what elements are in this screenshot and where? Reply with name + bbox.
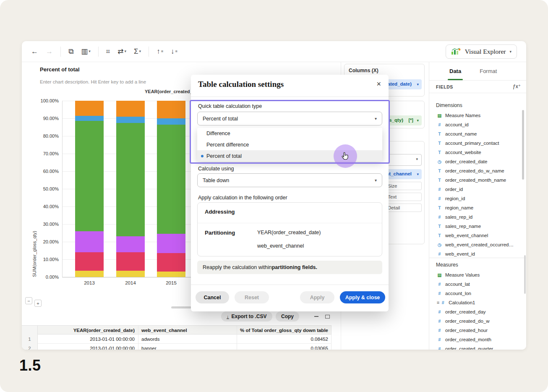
dimensions-scrollbar[interactable] [522,110,524,180]
export-csv-button[interactable]: ↓ Export to .CSV [221,311,272,321]
forward-icon[interactable]: → [46,48,53,55]
row-number-cell: 1 [22,335,38,344]
sigma-icon[interactable]: Σ ▾ [134,48,141,55]
field-item[interactable]: #order_created_quarter [429,344,526,350]
field-item[interactable]: #order_created_month [429,335,526,344]
field-item[interactable]: Taccount_primary_contact [429,139,526,148]
swap-axes-icon[interactable]: ⇄ ▾ [117,48,126,55]
field-item[interactable]: ▤Measure Values [429,270,526,280]
tab-format[interactable]: Format [480,62,497,80]
bar-segment-segment-yellow[interactable] [157,272,185,277]
bar-segment-segment-red[interactable] [116,252,145,271]
copy-button[interactable]: Copy [276,311,299,321]
crop-icon[interactable]: ⌗ [106,48,110,55]
apply-button[interactable]: Apply [300,291,334,303]
field-label: order_created_hour [445,328,488,333]
row-number-cell: 2 [22,344,38,350]
field-item[interactable]: ◷web_event_created_occurred… [429,240,526,249]
number-icon: # [437,291,442,296]
sort-ascending-icon[interactable]: ↑ ≡ [157,48,163,55]
field-item[interactable]: Torder_created_do_w_name [429,166,526,175]
field-item[interactable]: #account_lon [429,289,526,298]
field-item[interactable]: =#Calculation1 [429,298,526,307]
bar-segment-segment-orange[interactable] [116,101,145,117]
field-item[interactable]: Tsales_rep_name [429,222,526,231]
number-icon: # [437,346,442,350]
back-icon[interactable]: ← [31,48,38,55]
field-item[interactable]: #account_lat [429,280,526,289]
field-item[interactable]: #region_id [429,194,526,203]
field-item[interactable]: #order_created_day [429,307,526,316]
bar-segment-segment-yellow[interactable] [116,271,145,277]
add-calculation-icon[interactable]: ƒx⁺ [513,84,521,89]
bar-segment-segment-purple[interactable] [75,231,104,252]
tab-data[interactable]: Data [449,62,461,80]
field-item[interactable]: ◷order_created_date [429,157,526,166]
dropdown-option[interactable]: Percent of total [197,150,382,162]
stacked-bar[interactable] [116,101,145,277]
field-item[interactable]: Tweb_event_channel [429,231,526,240]
cancel-button[interactable]: Cancel [196,291,229,303]
field-item[interactable]: #order_id [429,185,526,194]
chevron-down-icon: ▾ [417,118,419,123]
chart-title[interactable]: Percent of total [40,66,80,73]
dropdown-option[interactable]: Percent difference [197,139,382,150]
bar-segment-segment-blue[interactable] [116,117,145,123]
field-item[interactable]: #order_created_hour [429,326,526,335]
chart-description-placeholder[interactable]: Enter chart description. Hit Enter key t… [40,79,146,84]
brand-name: Visual Explorer [465,48,506,55]
field-label: order_created_quarter [445,346,493,350]
field-item[interactable]: Taccount_website [429,148,526,157]
table-header-year[interactable]: YEAR(order_created_date) [38,326,138,335]
stacked-bar[interactable] [75,101,104,277]
calculate-using-select[interactable]: Table down ▾ [197,173,382,187]
bar-segment-segment-green[interactable] [116,123,145,237]
bar-segment-segment-green[interactable] [157,125,185,234]
bar-segment-segment-blue[interactable] [75,116,104,121]
bar-segment-segment-green[interactable] [75,121,104,231]
close-icon[interactable]: × [376,80,381,89]
field-item[interactable]: ▤Measure Names [429,111,526,120]
quick-calc-select[interactable]: Percent of total ▾ [197,112,382,125]
expand-table-button[interactable] [324,313,331,320]
zoom-out-button[interactable]: − [25,297,32,304]
bar-segment-segment-blue[interactable] [157,118,185,125]
field-item[interactable]: #order_created_do_w [429,316,526,326]
table-header-channel[interactable]: web_event_channel [138,326,237,335]
partitioning-field[interactable]: YEAR(order_created_date) [257,230,321,235]
toolbar: ← → ⧉ ▥ ▾ ⌗ ⇄ ▾ Σ ▾ ↑ ≡ ↓ [22,41,526,62]
table-header-pct[interactable]: % of Total order_gloss_qty down table [237,326,331,335]
visual-explorer-selector[interactable]: Visual Explorer ▾ [446,44,517,59]
zoom-in-button[interactable]: + [34,300,42,307]
bar-segment-segment-orange[interactable] [75,101,104,116]
reset-button[interactable]: Reset [235,291,269,303]
bar-segment-segment-purple[interactable] [157,234,185,253]
field-item[interactable]: Torder_created_month_name [429,175,526,185]
dropdown-option[interactable]: Difference [197,128,382,139]
bar-segment-segment-red[interactable] [75,252,104,271]
number-icon: # [437,337,442,342]
field-item[interactable]: #sales_rep_id [429,212,526,222]
field-item[interactable]: Taccount_name [429,129,526,139]
chart-options-icon[interactable]: ▥ ▾ [81,48,91,55]
table-row[interactable]: 12013-01-01 00:00:00adwords0.08452 [22,335,331,344]
visual-explorer-logo-icon [451,48,461,55]
bar-segment-segment-yellow[interactable] [75,271,104,277]
calculate-using-value: Table down [203,178,229,183]
bar-segment-segment-red[interactable] [157,253,185,272]
bar-segment-segment-orange[interactable] [157,101,185,118]
field-item[interactable]: Tregion_name [429,203,526,212]
collapse-table-button[interactable] [313,313,320,320]
text-icon: T [437,224,442,229]
bar-segment-segment-purple[interactable] [116,236,145,252]
duplicate-icon[interactable]: ⧉ [68,48,73,55]
apply-and-close-button[interactable]: Apply & close [340,291,385,303]
partitioning-field[interactable]: web_event_channel [257,243,304,249]
stacked-bar[interactable] [157,101,185,277]
table-row[interactable]: 22013-01-01 00:00:00banner0.03065 [22,344,331,350]
field-item[interactable]: #web_event_id [429,249,526,258]
field-item[interactable]: #account_id [429,120,526,129]
sort-descending-icon[interactable]: ↓ ≡ [171,48,177,55]
horizontal-scrollbar[interactable] [171,306,191,308]
sidebar-scrollbar[interactable] [524,255,526,294]
